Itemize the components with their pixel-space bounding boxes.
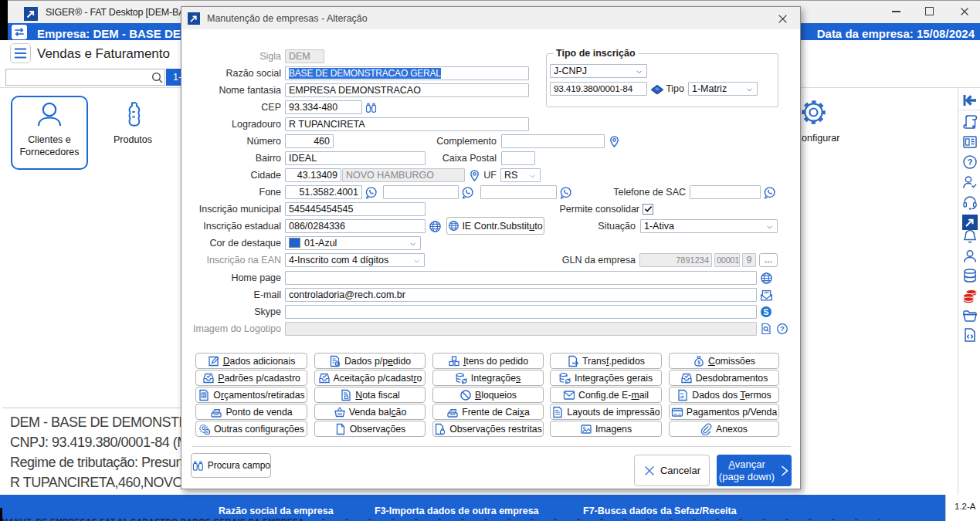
svg-text:?: ? bbox=[968, 157, 973, 167]
svg-text:$: $ bbox=[203, 392, 206, 397]
svg-text:a: a bbox=[337, 361, 339, 366]
svg-text:$: $ bbox=[697, 360, 700, 366]
